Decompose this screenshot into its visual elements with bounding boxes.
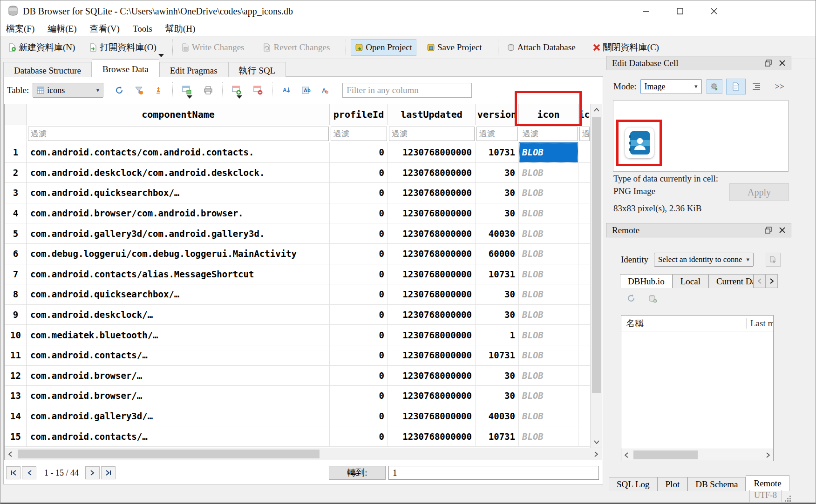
cell-lastUpdated[interactable]: 1230768000000	[388, 203, 476, 224]
cell-extra[interactable]	[578, 203, 591, 224]
row-number[interactable]: 9	[5, 305, 27, 325]
print-button[interactable]	[203, 85, 214, 96]
cell-version[interactable]: 10731	[476, 345, 519, 366]
cell-extra[interactable]	[578, 142, 591, 163]
refresh-button[interactable]	[114, 85, 125, 96]
cell-profileId[interactable]: 0	[330, 203, 388, 224]
column-filter-input[interactable]: 過濾	[28, 127, 329, 141]
minimize-button[interactable]	[635, 4, 657, 18]
row-number[interactable]: 8	[5, 284, 27, 305]
row-number[interactable]: 11	[5, 345, 27, 366]
column-header-componentName[interactable]: componentName	[27, 104, 330, 125]
cell-extra[interactable]	[578, 305, 591, 325]
global-filter-input[interactable]: Filter in any column	[342, 83, 472, 98]
word-wrap-button[interactable]	[748, 79, 764, 94]
cell-extra[interactable]	[578, 325, 591, 345]
row-number[interactable]: 15	[5, 426, 27, 447]
grid-horizontal-scrollbar[interactable]	[5, 448, 602, 460]
cell-lastUpdated[interactable]: 1230768000000	[388, 426, 476, 447]
row-number[interactable]: 6	[5, 244, 27, 264]
cell-version[interactable]: 40030	[476, 223, 519, 244]
tab-scroll-right-button[interactable]	[766, 274, 778, 288]
cell-version[interactable]: 30	[476, 203, 519, 224]
cell-lastUpdated[interactable]: 1230768000000	[388, 163, 476, 183]
cell-name[interactable]: com.android.gallery3d/…	[27, 406, 330, 427]
cell-version[interactable]: 1	[476, 325, 519, 345]
scroll-left-icon[interactable]	[621, 449, 632, 461]
cell-version[interactable]: 30	[476, 386, 519, 406]
cell-icon[interactable]: BLOB	[519, 183, 578, 203]
cell-version[interactable]: 60000	[476, 244, 519, 264]
close-panel-icon[interactable]	[779, 60, 785, 66]
cell-icon[interactable]: BLOB	[519, 264, 578, 285]
remote-tab-dbhub[interactable]: DBHub.io	[620, 274, 673, 288]
identity-select[interactable]: Select an identity to conne ▾	[654, 253, 754, 267]
encoding-label[interactable]: UTF-8	[754, 491, 777, 500]
sort-az-button[interactable]: A	[281, 85, 292, 96]
tab-edit-pragmas[interactable]: Edit Pragmas	[159, 62, 228, 77]
cell-icon[interactable]: BLOB	[519, 284, 578, 305]
cell-lastUpdated[interactable]: 1230768000000	[388, 223, 476, 244]
toolbar-overflow-button[interactable]: >>	[773, 79, 787, 94]
cell-lastUpdated[interactable]: 1230768000000	[388, 183, 476, 203]
cell-name[interactable]: com.android.browser/…	[27, 366, 330, 386]
cell-profileId[interactable]: 0	[330, 305, 388, 325]
close-database-button[interactable]: 關閉資料庫(C)	[589, 39, 663, 56]
cell-extra[interactable]	[578, 244, 591, 264]
cell-icon[interactable]: BLOB	[519, 345, 578, 366]
tab-browse-data[interactable]: Browse Data	[92, 60, 159, 77]
cell-profileId[interactable]: 0	[330, 183, 388, 203]
remote-col-modified[interactable]: Last mo	[746, 318, 773, 329]
maximize-button[interactable]	[669, 4, 691, 18]
cell-icon[interactable]: BLOB	[519, 163, 578, 183]
scroll-up-icon[interactable]	[591, 104, 602, 115]
insert-record-dropdown-icon[interactable]	[237, 95, 242, 99]
cell-lastUpdated[interactable]: 1230768000000	[388, 386, 476, 406]
cell-extra[interactable]	[578, 406, 591, 427]
cell-icon[interactable]: BLOB	[519, 244, 578, 264]
float-panel-icon[interactable]	[765, 227, 772, 234]
cell-profileId[interactable]: 0	[330, 223, 388, 244]
row-number[interactable]: 2	[5, 163, 27, 183]
cell-version[interactable]: 30	[476, 284, 519, 305]
dock-tab-db-schema[interactable]: DB Schema	[687, 477, 746, 491]
cell-version[interactable]: 40030	[476, 406, 519, 427]
write-changes-button[interactable]: Write Changes	[177, 40, 248, 55]
import-data-button[interactable]	[707, 79, 722, 94]
cell-name[interactable]: com.android.contacts/…	[27, 426, 330, 447]
close-button[interactable]	[703, 4, 725, 18]
cell-name[interactable]: com.android.deskclock/com.android.deskcl…	[27, 163, 330, 183]
goto-input[interactable]: 1	[388, 466, 599, 480]
cell-version[interactable]: 30	[476, 305, 519, 325]
vertical-scroll-thumb[interactable]	[592, 117, 601, 393]
cell-profileId[interactable]: 0	[330, 142, 388, 163]
cell-name[interactable]: com.android.contacts/alias.MessageShortc…	[27, 264, 330, 285]
save-project-button[interactable]: Save Project	[423, 40, 486, 55]
cell-profileId[interactable]: 0	[330, 345, 388, 366]
revert-changes-button[interactable]: Revert Changes	[259, 40, 333, 55]
cell-extra[interactable]	[578, 264, 591, 285]
menu-edit[interactable]: 編輯(E)	[48, 23, 76, 35]
cell-name[interactable]: com.android.quicksearchbox/…	[27, 284, 330, 305]
cell-name[interactable]: com.android.browser/com.android.browser.	[27, 203, 330, 224]
cell-name[interactable]: com.android.browser/…	[27, 386, 330, 406]
open-database-dropdown-icon[interactable]	[158, 54, 164, 57]
column-header-version[interactable]: version	[476, 104, 519, 125]
cell-profileId[interactable]: 0	[330, 426, 388, 447]
cell-lastUpdated[interactable]: 1230768000000	[388, 305, 476, 325]
scroll-right-icon[interactable]	[763, 449, 773, 461]
cell-lastUpdated[interactable]: 1230768000000	[388, 142, 476, 163]
cell-extra[interactable]	[578, 284, 591, 305]
cell-icon[interactable]: BLOB	[519, 366, 578, 386]
cell-profileId[interactable]: 0	[330, 406, 388, 427]
row-number[interactable]: 1	[5, 142, 27, 163]
tab-execute-sql[interactable]: 執行 SQL	[228, 62, 286, 77]
cell-lastUpdated[interactable]: 1230768000000	[388, 366, 476, 386]
column-filter-input[interactable]: 過濾	[476, 127, 518, 141]
cell-name[interactable]: com.android.gallery3d/com.android.galler…	[27, 223, 330, 244]
delete-record-button[interactable]	[252, 85, 264, 96]
row-number[interactable]: 10	[5, 325, 27, 345]
cell-name[interactable]: com.mediatek.bluetooth/…	[27, 325, 330, 345]
cell-extra[interactable]	[578, 386, 591, 406]
cell-name[interactable]: com.android.contacts/…	[27, 345, 330, 366]
